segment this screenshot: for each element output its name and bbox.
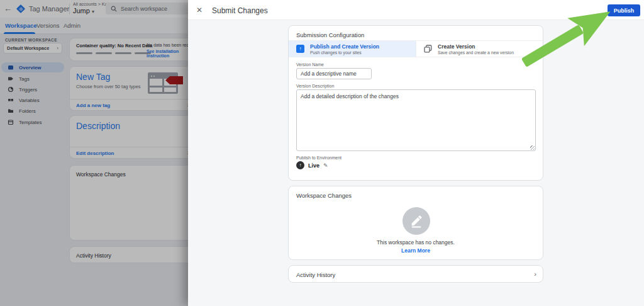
publish-button[interactable]: Publish bbox=[608, 4, 640, 16]
pencil-icon bbox=[409, 214, 423, 228]
close-icon[interactable]: ✕ bbox=[196, 6, 203, 14]
version-description-label: Version Description bbox=[296, 84, 334, 88]
screen: ← Tag Manager All accounts > Karl Jump ▾… bbox=[0, 0, 644, 306]
textarea-resize-grip[interactable] bbox=[530, 145, 535, 150]
modal-backdrop[interactable] bbox=[0, 0, 188, 306]
submit-changes-modal: ✕ Submit Changes Publish Submission Conf… bbox=[188, 0, 644, 306]
modal-title: Submit Changes bbox=[212, 6, 268, 15]
version-description-textarea[interactable] bbox=[296, 89, 536, 151]
option-title: Create Version bbox=[438, 43, 514, 50]
publish-version-icon: ↑ bbox=[296, 45, 304, 53]
no-changes-message: This workspace has no changes. bbox=[289, 239, 543, 246]
workspace-changes-card: Workspace Changes This workspace has no … bbox=[288, 186, 543, 260]
option-subtitle: Push changes to your sites bbox=[310, 50, 379, 55]
workspace-changes-title: Workspace Changes bbox=[296, 192, 352, 199]
submission-options: ↑ Publish and Create Version Push change… bbox=[289, 40, 543, 57]
submission-configuration-title: Submission Configuration bbox=[296, 31, 364, 38]
environment-value: Live bbox=[308, 162, 319, 169]
modal-header: ✕ Submit Changes Publish bbox=[188, 0, 644, 20]
submission-configuration-card: Submission Configuration ↑ Publish and C… bbox=[288, 25, 543, 181]
live-environment-icon: ↑ bbox=[296, 161, 304, 169]
empty-state-circle bbox=[402, 207, 430, 235]
publish-environment-label: Publish to Environment bbox=[296, 156, 341, 160]
environment-row: ↑ Live ✎ bbox=[296, 161, 328, 169]
chevron-right-icon: › bbox=[534, 270, 536, 278]
option-create-version[interactable]: Create Version Save changes and create a… bbox=[416, 41, 543, 57]
edit-environment-icon[interactable]: ✎ bbox=[323, 162, 328, 169]
version-name-label: Version Name bbox=[296, 62, 324, 67]
version-name-input[interactable] bbox=[296, 68, 372, 79]
option-subtitle: Save changes and create a new version bbox=[438, 50, 514, 55]
create-version-icon bbox=[424, 45, 432, 53]
option-publish-and-create-version[interactable]: ↑ Publish and Create Version Push change… bbox=[289, 41, 416, 57]
option-title: Publish and Create Version bbox=[310, 43, 379, 50]
activity-history-title: Activity History bbox=[296, 271, 335, 278]
learn-more-link[interactable]: Learn More bbox=[289, 247, 543, 254]
activity-history-card[interactable]: Activity History › bbox=[288, 265, 543, 283]
